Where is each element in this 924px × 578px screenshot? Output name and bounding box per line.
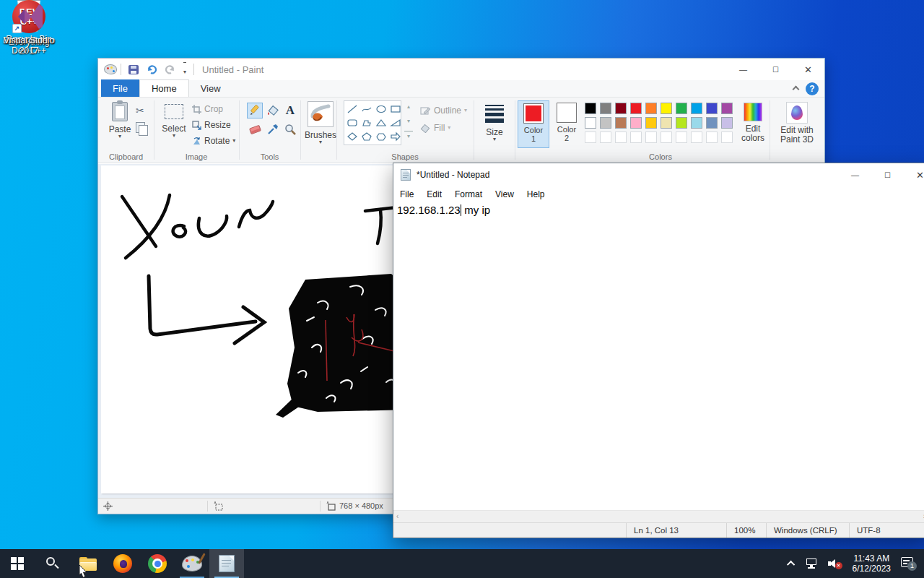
paste-button[interactable]: Paste ▾ — [105, 102, 134, 139]
palette-color-swatch[interactable] — [676, 117, 687, 129]
rectangle-shape-button[interactable] — [388, 102, 403, 116]
palette-color-swatch[interactable] — [691, 117, 702, 129]
pencil-tool-button[interactable] — [247, 103, 263, 118]
tray-chevron-icon[interactable] — [787, 561, 795, 569]
palette-empty-swatch[interactable] — [706, 131, 718, 143]
pentagon-shape-button[interactable] — [359, 129, 374, 143]
palette-empty-swatch[interactable] — [721, 131, 733, 143]
notepad-minimize-button[interactable]: — — [839, 163, 871, 186]
rounded-rectangle-shape-button[interactable] — [345, 116, 359, 129]
hexagon-shape-button[interactable] — [374, 129, 388, 143]
volume-muted-icon[interactable]: ✕ — [828, 558, 842, 569]
taskbar-search-button[interactable] — [35, 549, 69, 578]
taskbar-clock[interactable]: 11:43 AM 6/12/2023 — [853, 553, 891, 574]
text-tool-button[interactable]: A — [282, 103, 298, 118]
taskbar-chrome-button[interactable] — [140, 549, 175, 578]
desktop-icon-visual-studio[interactable]: ↗ Visual Studio 2017 — [0, 0, 58, 56]
shapes-scroll-up-button[interactable]: ▴ — [404, 102, 413, 112]
taskbar-firefox-button[interactable] — [105, 549, 140, 578]
palette-color-swatch[interactable] — [630, 103, 642, 114]
triangle-shape-button[interactable] — [374, 116, 388, 129]
menu-help[interactable]: Help — [520, 187, 552, 202]
notepad-close-button[interactable]: ✕ — [904, 163, 924, 186]
undo-button[interactable] — [145, 64, 158, 74]
size-button[interactable]: Size ▾ — [479, 103, 510, 142]
polygon-shape-button[interactable] — [359, 116, 374, 129]
notepad-title-bar[interactable]: *Untitled - Notepad — ☐ ✕ — [393, 163, 924, 186]
fill-tool-button[interactable] — [265, 103, 281, 118]
palette-color-swatch[interactable] — [600, 117, 611, 129]
menu-view[interactable]: View — [489, 187, 520, 202]
ellipse-shape-button[interactable] — [374, 102, 388, 116]
notepad-maximize-button[interactable]: ☐ — [871, 163, 904, 186]
shapes-scroll-down-button[interactable]: ▾ — [404, 116, 413, 126]
paint-tab-file[interactable]: File — [101, 79, 139, 97]
palette-empty-swatch[interactable] — [676, 131, 687, 143]
edit-with-paint3d-button[interactable]: Edit with Paint 3D — [775, 102, 819, 144]
network-icon[interactable] — [806, 558, 819, 569]
palette-empty-swatch[interactable] — [645, 131, 657, 143]
shape-outline-button[interactable]: Outline ▾ — [420, 105, 467, 116]
right-triangle-shape-button[interactable] — [388, 116, 403, 129]
menu-file[interactable]: File — [393, 187, 420, 202]
palette-color-swatch[interactable] — [691, 103, 702, 114]
scroll-left-arrow-icon[interactable]: ‹ — [396, 512, 398, 520]
customize-toolbar-dropdown[interactable]: ▾ — [183, 62, 186, 77]
save-button[interactable] — [128, 65, 139, 74]
palette-empty-swatch[interactable] — [691, 131, 702, 143]
resize-button[interactable]: Resize — [192, 119, 231, 131]
menu-format[interactable]: Format — [448, 187, 489, 202]
minimize-ribbon-chevron-icon[interactable] — [793, 86, 800, 93]
taskbar-notepad-button[interactable] — [209, 549, 244, 578]
redo-button[interactable] — [164, 64, 177, 74]
palette-color-swatch[interactable] — [645, 117, 657, 129]
palette-color-swatch[interactable] — [706, 117, 718, 129]
palette-empty-swatch[interactable] — [585, 131, 596, 143]
palette-color-swatch[interactable] — [615, 117, 627, 129]
crop-button[interactable]: Crop — [192, 103, 223, 115]
palette-color-swatch[interactable] — [706, 103, 718, 114]
notepad-horizontal-scrollbar[interactable]: ‹ › — [393, 510, 924, 522]
diamond-shape-button[interactable] — [345, 129, 359, 143]
cut-button[interactable]: ✂ — [136, 105, 144, 116]
palette-empty-swatch[interactable] — [600, 131, 611, 143]
start-button[interactable] — [0, 549, 35, 578]
paint-title-bar[interactable]: ▾ Untitled - Paint — ☐ ✕ — [98, 59, 824, 80]
palette-color-swatch[interactable] — [661, 103, 672, 114]
palette-empty-swatch[interactable] — [615, 131, 627, 143]
palette-color-swatch[interactable] — [630, 117, 642, 129]
select-button[interactable]: Select ▾ — [159, 102, 189, 138]
menu-edit[interactable]: Edit — [420, 187, 448, 202]
paint-close-button[interactable]: ✕ — [792, 59, 824, 80]
eyedropper-tool-button[interactable] — [265, 121, 281, 137]
paint-minimize-button[interactable]: — — [727, 59, 759, 80]
color1-button[interactable]: Color 1 — [518, 100, 549, 148]
palette-color-swatch[interactable] — [721, 103, 733, 114]
shape-fill-button[interactable]: Fill ▾ — [420, 122, 450, 134]
curve-shape-button[interactable] — [359, 102, 374, 116]
arrow-shape-button[interactable] — [388, 129, 403, 143]
palette-color-swatch[interactable] — [585, 117, 596, 129]
taskbar-paint-button[interactable] — [175, 549, 209, 578]
paint-tab-view[interactable]: View — [189, 79, 232, 97]
paint-tab-home[interactable]: Home — [139, 79, 189, 97]
line-shape-button[interactable] — [345, 102, 359, 116]
palette-color-swatch[interactable] — [721, 117, 733, 129]
palette-color-swatch[interactable] — [645, 103, 657, 114]
palette-empty-swatch[interactable] — [661, 131, 672, 143]
copy-button[interactable] — [136, 122, 145, 133]
palette-color-swatch[interactable] — [676, 103, 687, 114]
brushes-button[interactable]: Brushes ▾ — [305, 101, 336, 144]
palette-color-swatch[interactable] — [585, 103, 596, 114]
shapes-more-button[interactable]: ▾ — [404, 131, 413, 142]
rotate-button[interactable]: Rotate ▾ — [192, 135, 235, 147]
magnifier-tool-button[interactable] — [282, 121, 298, 137]
help-button[interactable]: ? — [806, 82, 819, 95]
edit-colors-button[interactable]: Edit colors — [738, 103, 768, 143]
color2-button[interactable]: Color 2 — [551, 100, 583, 148]
palette-color-swatch[interactable] — [661, 117, 672, 129]
notepad-text-area[interactable]: 192.168.1.23 my ip — [393, 202, 924, 510]
palette-empty-swatch[interactable] — [630, 131, 642, 143]
action-center-button[interactable]: 1 — [901, 556, 917, 571]
palette-color-swatch[interactable] — [615, 103, 627, 114]
